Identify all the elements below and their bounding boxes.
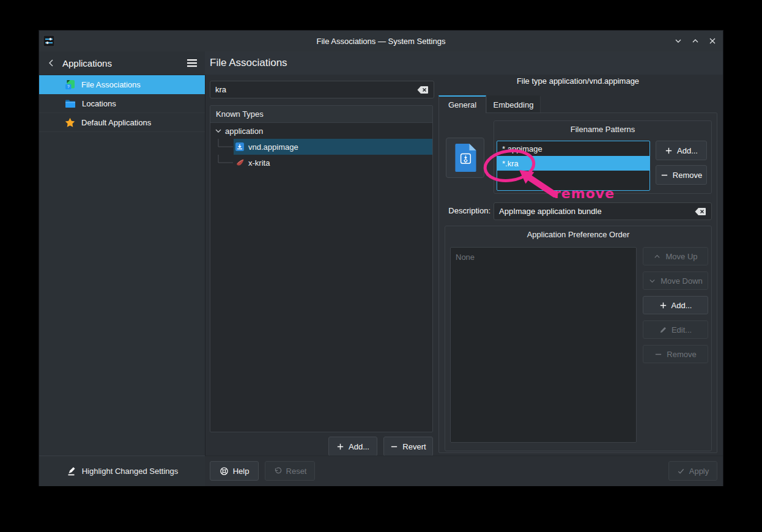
appimage-file-icon [454,143,477,172]
tree-line [218,139,236,155]
button-label: Remove [667,350,696,359]
sidebar-item-label: File Associations [81,80,141,89]
chevron-down-icon[interactable] [214,127,223,135]
sidebar-title: Applications [62,58,187,68]
minus-icon [660,171,668,179]
known-types-header: Known Types [210,106,432,123]
button-label: Move Up [665,252,697,261]
krita-brush-icon [235,158,245,168]
tree-row-application[interactable]: application [210,123,432,139]
help-icon [220,467,229,476]
description-label: Description: [443,206,490,215]
sidebar: Applications ? File Associations [39,51,205,456]
plus-icon [665,147,673,155]
titlebar: File Associations — System Settings [39,31,723,51]
minus-icon [654,350,662,358]
general-tab-panel: Filename Patterns *.appimage *.kra Add..… [438,113,717,453]
back-icon[interactable] [46,58,56,68]
tree-row-x-krita[interactable]: x-krita [210,155,432,171]
pattern-item-appimage[interactable]: *.appimage [497,141,649,156]
app-preference-placeholder: None [456,253,475,262]
highlight-changed-settings-toggle[interactable]: Highlight Changed Settings [82,467,179,476]
pattern-item-kra[interactable]: *.kra [497,156,649,171]
hamburger-menu-icon[interactable] [187,59,198,67]
tree-line [218,155,236,171]
sidebar-footer: Highlight Changed Settings [39,456,205,486]
star-icon [65,117,75,128]
page-title: File Associations [210,57,287,69]
tree-row-vnd-appimage[interactable]: vnd.appimage [210,139,432,155]
highlighter-icon [66,466,76,476]
clear-description-icon[interactable] [694,207,706,216]
svg-text:?: ? [67,84,70,89]
sidebar-header: Applications [39,51,205,75]
window-title: File Associations — System Settings [39,37,723,46]
tree-label-application: application [225,127,263,136]
description-value: AppImage application bundle [499,207,694,216]
chevron-down-icon [648,277,656,285]
search-input[interactable]: kra [210,81,434,98]
sidebar-item-locations[interactable]: Locations [39,94,205,113]
pattern-value: *.kra [502,159,519,168]
folder-icon [65,99,76,108]
annotation-text: remove [554,186,615,201]
filename-patterns-list[interactable]: *.appimage *.kra [497,141,650,191]
close-button[interactable] [707,35,718,46]
pattern-add-button[interactable]: Add... [656,141,707,160]
button-label: Reset [286,467,307,476]
tab-label: General [448,100,476,109]
plus-icon [659,301,667,309]
filename-patterns-group: Filename Patterns *.appimage *.kra Add..… [494,120,712,194]
app-edit-button[interactable]: Edit... [643,320,708,339]
help-button[interactable]: Help [210,461,259,481]
file-type-icon-frame [446,138,484,178]
sidebar-item-default-applications[interactable]: Default Applications [39,113,205,132]
page-header: File Associations [205,51,723,75]
app-preference-title: Application Preference Order [445,226,711,239]
description-input[interactable]: AppImage application bundle [494,202,712,220]
known-types-revert-button[interactable]: Revert [383,437,433,456]
button-label: Remove [673,171,702,180]
clear-search-icon[interactable] [416,86,429,94]
chevron-up-icon [653,253,661,260]
minus-icon [390,443,398,451]
tab-embedding[interactable]: Embedding [486,95,541,113]
reset-button[interactable]: Reset [265,461,315,481]
system-settings-window: File Associations — System Settings Appl… [39,31,723,486]
tab-general[interactable]: General [438,95,486,113]
app-add-button[interactable]: Add... [643,296,708,314]
filename-patterns-title: Filename Patterns [494,121,711,134]
file-associations-icon: ? [65,79,75,90]
button-label: Add... [349,442,369,451]
button-label: Add... [677,146,698,155]
minimize-button[interactable] [673,35,684,46]
app-preference-group: Application Preference Order None Move U… [445,226,712,451]
appimage-icon [235,142,245,152]
tab-label: Embedding [494,100,534,109]
search-value: kra [215,85,416,94]
sidebar-item-label: Locations [82,99,116,108]
pencil-icon [659,326,667,334]
plus-icon [336,443,344,451]
tree-label-vnd-appimage: vnd.appimage [248,142,298,152]
button-label: Add... [671,301,692,310]
maximize-button[interactable] [690,35,701,46]
file-type-label: File type application/vnd.appimage [438,76,717,86]
apply-button[interactable]: Apply [668,461,717,481]
sidebar-item-label: Default Applications [81,118,151,127]
app-preference-list[interactable]: None [450,247,637,443]
tree-label-x-krita: x-krita [248,158,270,168]
app-remove-button[interactable]: Remove [643,345,708,363]
move-down-button[interactable]: Move Down [643,272,708,290]
button-label: Move Down [660,276,703,286]
button-label: Apply [689,467,709,476]
button-label: Edit... [671,325,692,334]
move-up-button[interactable]: Move Up [643,247,708,265]
pattern-remove-button[interactable]: Remove [656,165,707,185]
pattern-value: *.appimage [502,144,542,153]
sidebar-item-file-associations[interactable]: ? File Associations [39,75,205,94]
known-types-add-button[interactable]: Add... [328,437,377,456]
button-label: Help [233,467,250,476]
known-types-panel: Known Types application vnd.appimage [210,105,433,432]
check-icon [677,467,685,475]
